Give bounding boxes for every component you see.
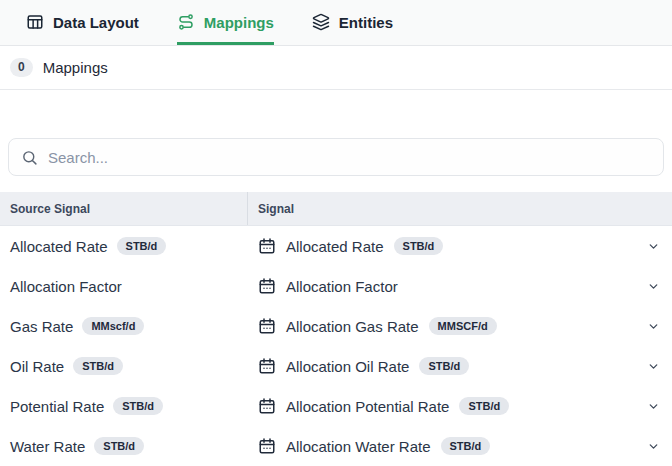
tab-data-layout[interactable]: Data Layout: [26, 0, 139, 45]
calendar-icon: [258, 357, 276, 375]
search-box[interactable]: [8, 138, 664, 176]
table-row[interactable]: Potential Rate STB/d Allocation Potentia…: [0, 386, 672, 426]
search-icon: [21, 149, 38, 166]
chevron-down-icon[interactable]: [643, 436, 664, 457]
source-signal-label: Water Rate: [10, 438, 85, 455]
signal-cell: Allocation Potential Rate STB/d: [248, 396, 672, 417]
route-icon: [177, 13, 195, 31]
table-row[interactable]: Gas Rate MMscf/d Allocation Gas Rate MMS…: [0, 306, 672, 346]
table-row[interactable]: Water Rate STB/d Allocation Water Rate S…: [0, 426, 672, 466]
tab-label: Data Layout: [53, 14, 139, 31]
signal-unit-badge: MMSCF/d: [429, 317, 497, 335]
source-signal-label: Potential Rate: [10, 398, 104, 415]
source-signal-label: Allocated Rate: [10, 238, 108, 255]
source-signal-cell: Potential Rate STB/d: [0, 397, 248, 415]
table-row[interactable]: Oil Rate STB/d Allocation Oil Rate STB/d: [0, 346, 672, 386]
signal-unit-badge: STB/d: [441, 437, 491, 455]
table-icon: [26, 13, 44, 31]
signal-cell: Allocated Rate STB/d: [248, 236, 672, 257]
signal-label: Allocation Factor: [286, 278, 398, 295]
tab-label: Mappings: [204, 14, 274, 31]
mappings-count-badge: 0: [10, 58, 33, 77]
source-unit-badge: MMscf/d: [82, 317, 144, 335]
chevron-down-icon[interactable]: [643, 396, 664, 417]
table-body: Allocated Rate STB/d Allocated Rate STB/…: [0, 226, 672, 466]
signal-unit-badge: STB/d: [419, 357, 469, 375]
column-header-source-signal[interactable]: Source Signal: [0, 192, 248, 225]
source-signal-cell: Oil Rate STB/d: [0, 357, 248, 375]
source-signal-label: Oil Rate: [10, 358, 64, 375]
tab-bar: Data Layout Mappings Entities: [0, 0, 672, 46]
layers-icon: [312, 13, 330, 31]
signal-cell: Allocation Factor: [248, 276, 672, 297]
source-signal-label: Allocation Factor: [10, 278, 122, 295]
signal-cell: Allocation Oil Rate STB/d: [248, 356, 672, 377]
tab-entities[interactable]: Entities: [312, 0, 393, 45]
chevron-down-icon[interactable]: [643, 276, 664, 297]
mappings-count-label: Mappings: [43, 59, 108, 76]
signal-label: Allocated Rate: [286, 238, 384, 255]
calendar-icon: [258, 397, 276, 415]
source-unit-badge: STB/d: [73, 357, 123, 375]
source-signal-cell: Water Rate STB/d: [0, 437, 248, 455]
signal-unit-badge: STB/d: [459, 397, 509, 415]
calendar-icon: [258, 437, 276, 455]
chevron-down-icon[interactable]: [643, 316, 664, 337]
table-header: Source Signal Signal: [0, 192, 672, 226]
table-row[interactable]: Allocated Rate STB/d Allocated Rate STB/…: [0, 226, 672, 266]
chevron-down-icon[interactable]: [643, 356, 664, 377]
signal-label: Allocation Oil Rate: [286, 358, 409, 375]
search-input[interactable]: [48, 149, 651, 166]
source-unit-badge: STB/d: [113, 397, 163, 415]
signal-label: Allocation Potential Rate: [286, 398, 449, 415]
calendar-icon: [258, 317, 276, 335]
calendar-icon: [258, 277, 276, 295]
source-unit-badge: STB/d: [117, 237, 167, 255]
signal-label: Allocation Water Rate: [286, 438, 431, 455]
signal-cell: Allocation Water Rate STB/d: [248, 436, 672, 457]
mappings-count-row: 0 Mappings: [0, 46, 672, 90]
signal-unit-badge: STB/d: [394, 237, 444, 255]
source-signal-cell: Gas Rate MMscf/d: [0, 317, 248, 335]
tab-label: Entities: [339, 14, 393, 31]
calendar-icon: [258, 237, 276, 255]
tab-mappings[interactable]: Mappings: [177, 0, 274, 45]
chevron-down-icon[interactable]: [643, 236, 664, 257]
source-signal-label: Gas Rate: [10, 318, 73, 335]
column-header-signal[interactable]: Signal: [248, 202, 672, 216]
source-unit-badge: STB/d: [94, 437, 144, 455]
source-signal-cell: Allocation Factor: [0, 278, 248, 295]
signal-label: Allocation Gas Rate: [286, 318, 419, 335]
signal-cell: Allocation Gas Rate MMSCF/d: [248, 316, 672, 337]
table-row[interactable]: Allocation Factor Allocation Factor: [0, 266, 672, 306]
source-signal-cell: Allocated Rate STB/d: [0, 237, 248, 255]
